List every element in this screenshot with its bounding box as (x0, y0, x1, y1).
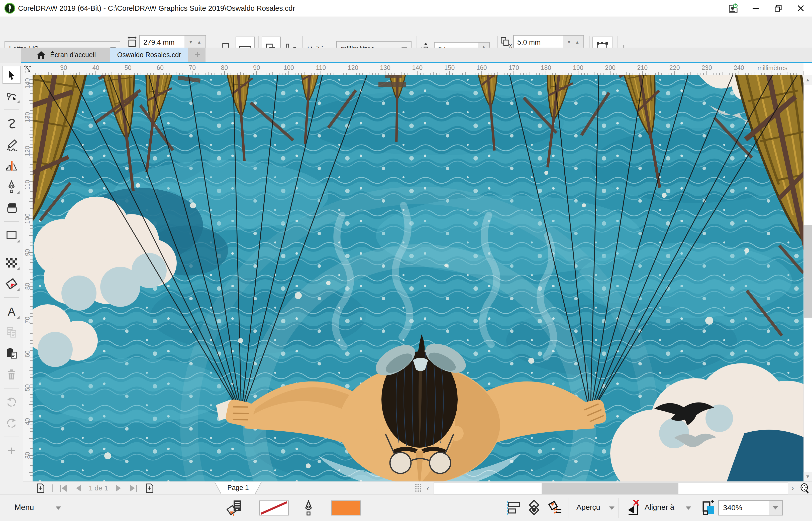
h-ruler-number: 180 (541, 64, 551, 71)
coreldraw-logo-icon (4, 3, 15, 14)
new-tab-button[interactable]: + (190, 48, 205, 62)
page-tab-label: Page 1 (227, 484, 249, 492)
h-ruler-number: 190 (573, 64, 584, 71)
h-ruler-number: 130 (380, 64, 391, 71)
scroll-right-arrow[interactable]: › (788, 482, 797, 494)
navigator-icon (799, 483, 810, 494)
signin-icon[interactable] (722, 0, 744, 17)
vertical-scroll-thumb[interactable] (804, 225, 812, 318)
eraser-tool[interactable] (0, 197, 23, 218)
h-ruler-number: 200 (605, 64, 616, 71)
canvas-artwork (32, 75, 804, 481)
outline-color-swatch[interactable] (331, 500, 361, 516)
toolbox-separator (4, 221, 19, 222)
undo-button[interactable] (0, 391, 23, 412)
text-tool[interactable]: A (0, 301, 23, 322)
h-ruler-number: 240 (733, 64, 744, 71)
bottom-bar: 1 de 1 Page 1 ‹ › (23, 481, 812, 495)
freehand-curve-tool[interactable] (0, 113, 23, 134)
object-properties-icon[interactable] (548, 499, 563, 517)
restore-button[interactable] (767, 0, 789, 17)
horizontal-scroll-track[interactable] (434, 482, 788, 495)
zoom-level-combo[interactable]: 340% (718, 500, 769, 516)
home-icon (37, 51, 46, 59)
toolbox-separator (4, 436, 19, 437)
v-ruler-number: 90 (24, 249, 31, 256)
tab-welcome[interactable]: Écran d'accueil (22, 48, 110, 62)
add-page-after-button[interactable] (144, 483, 154, 494)
toolbox-separator (4, 249, 19, 249)
redo-button[interactable] (0, 412, 23, 434)
h-ruler-number: 40 (92, 64, 99, 71)
object-layering-icon[interactable] (526, 499, 542, 517)
horizontal-scroll-thumb[interactable] (542, 483, 678, 494)
smart-drawing-tool[interactable] (0, 155, 23, 176)
transparency-tool[interactable] (0, 252, 23, 273)
duplicate-distance-x-icon: X (500, 36, 512, 49)
zoom-level-value: 340% (723, 503, 742, 512)
fill-none-swatch[interactable] (259, 500, 289, 516)
paste-button[interactable] (0, 343, 23, 364)
snap-to-button[interactable]: Aligner à (644, 503, 674, 512)
object-alignment-icon[interactable] (505, 500, 521, 516)
last-page-button[interactable] (129, 484, 138, 492)
v-ruler-number: 140 (24, 78, 31, 89)
svg-text:A: A (8, 305, 16, 318)
artistic-media-tool[interactable] (0, 134, 23, 155)
scrollbar-splitter-handle[interactable] (415, 483, 422, 493)
zoom-previous-icon[interactable] (701, 499, 716, 517)
scroll-left-arrow[interactable]: ‹ (423, 482, 432, 494)
shape-tool[interactable] (0, 85, 23, 107)
document-navigator-button[interactable] (797, 482, 812, 495)
delete-button[interactable] (0, 364, 23, 385)
outline-pen-icon (302, 500, 315, 516)
status-menu-button[interactable]: Menu (15, 503, 34, 512)
scroll-down-arrow[interactable]: ▼ (804, 472, 812, 481)
vertical-scroll-track[interactable] (804, 85, 812, 472)
preview-button[interactable]: Aperçu (576, 503, 600, 512)
ruler-origin-button[interactable] (23, 63, 33, 75)
chevron-down-icon[interactable] (609, 506, 615, 510)
chevron-down-icon[interactable] (56, 506, 61, 510)
scroll-up-arrow[interactable]: ▲ (804, 75, 812, 85)
h-ruler-number: 210 (637, 64, 648, 71)
page-width-icon (126, 36, 138, 48)
customize-toolbox-button[interactable]: + (0, 440, 23, 461)
h-ruler-number: 140 (412, 64, 422, 71)
v-ruler-number: 40 (24, 418, 31, 425)
ruler-unit-label: millimètres (758, 64, 787, 72)
document-tab-bar: Écran d'accueil Oswaldo Rosales.cdr + (0, 48, 812, 63)
snap-off-icon[interactable] (624, 499, 641, 517)
first-page-button[interactable] (59, 484, 68, 492)
h-ruler-number: 60 (157, 64, 164, 71)
horizontal-ruler[interactable]: 3040506070809010011012013014015016017018… (32, 63, 804, 75)
h-ruler-number: 70 (189, 64, 196, 71)
fill-indicator-icon (226, 499, 245, 517)
close-button[interactable] (789, 0, 812, 17)
zoom-level-dropdown-button[interactable] (769, 500, 783, 516)
interactive-fill-tool[interactable] (0, 273, 23, 294)
h-ruler-number: 220 (670, 64, 680, 71)
title-bar: CorelDRAW 2019 (64-Bit) - C:\CorelDRAW G… (0, 0, 812, 17)
v-ruler-number: 30 (24, 452, 31, 459)
drawing-canvas[interactable] (32, 75, 804, 481)
add-page-before-button[interactable] (35, 483, 45, 494)
status-bar: Menu Aperçu Aligner à (0, 495, 812, 521)
h-ruler-number: 50 (125, 64, 132, 71)
toolbox-separator (4, 297, 19, 298)
next-page-button[interactable] (115, 484, 122, 492)
copy-button[interactable] (0, 322, 23, 343)
vertical-scrollbar[interactable]: ▲ ▼ (804, 75, 812, 481)
pen-tool[interactable] (0, 176, 23, 197)
page-tab[interactable]: Page 1 (214, 482, 262, 494)
vertical-ruler[interactable]: 14013012011010090807060504030 (23, 75, 33, 481)
rectangle-tool[interactable] (0, 225, 23, 246)
pick-tool[interactable] (0, 64, 23, 85)
tab-document[interactable]: Oswaldo Rosales.cdr (110, 48, 188, 62)
previous-page-button[interactable] (75, 484, 82, 492)
v-ruler-number: 70 (24, 317, 31, 324)
v-ruler-number: 110 (24, 180, 31, 190)
chevron-down-icon[interactable] (686, 506, 691, 510)
page-counter: 1 de 1 (89, 484, 108, 492)
minimize-button[interactable] (744, 0, 767, 17)
